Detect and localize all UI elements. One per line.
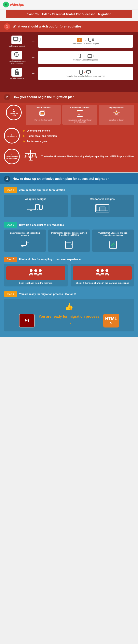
svg-rect-58 <box>29 211 33 211</box>
html5-box: HTML 5 <box>103 314 119 328</box>
flash-html-row: Fl You are ready for migration process →… <box>19 314 119 328</box>
svg-rect-9 <box>90 41 91 42</box>
svg-rect-90 <box>101 274 104 276</box>
main-banner: Flash To HTML5 - Essential Toolkit For S… <box>6 10 132 18</box>
section-3: 3 How to draw up an effective action pla… <box>0 173 138 337</box>
svg-rect-81 <box>34 274 37 276</box>
svg-point-89 <box>101 269 104 272</box>
wm-arrow-1: ➤ <box>23 129 25 132</box>
checklist-card-1: Ensure readiness of supporting aspects <box>4 230 46 252</box>
svg-rect-10 <box>89 42 91 42</box>
wm-arrow-3: ➤ <box>23 140 25 143</box>
header: eidesign <box>0 0 138 9</box>
svg-rect-8 <box>89 38 92 41</box>
html5-badge: 5 <box>77 38 82 42</box>
prereq-label-2: Learning Management System support <box>5 60 29 64</box>
legacy-courses-icon <box>101 110 132 118</box>
step3-label: Step 3 <box>4 256 17 262</box>
right-arrow-icon: → <box>65 319 73 327</box>
byod-row: ✕ <box>79 70 92 74</box>
step4-desc: You are ready for migration process - Go… <box>19 292 76 296</box>
svg-text:F: F <box>26 155 27 157</box>
svg-point-39 <box>78 111 79 112</box>
svg-rect-21 <box>92 55 93 57</box>
html5-label: 5 <box>110 321 112 325</box>
checklist-text-3: Validate that all assets and pre-requisi… <box>94 232 132 239</box>
prereq-right-2: → Costs involved in LMS upgrade <box>38 51 133 64</box>
svg-point-26 <box>81 74 81 74</box>
responsive-card: Responsive designs <box>71 194 134 217</box>
compliance-courses-card: Compliance courses Instructional and Vis… <box>62 105 97 125</box>
section-3-header: 3 How to draw up an effective action pla… <box>0 173 138 184</box>
section-3-title: How to draw up an effective action plan … <box>13 177 109 181</box>
section-1-title: What you should watch out for (pre-requi… <box>13 25 83 28</box>
pilot-text-2: Check if there's a change in the learnin… <box>73 282 132 284</box>
svg-rect-3 <box>13 37 17 40</box>
compliance-courses-title: Compliance courses <box>64 106 96 109</box>
flash-label: Fl <box>24 318 29 324</box>
svg-point-2 <box>5 4 7 5</box>
pilot-text-1: Seek feedback from the learners <box>6 282 65 284</box>
cost-devices-1: 5 → <box>77 38 94 42</box>
legacy-courses-card: Legacy courses complete re-design <box>99 105 134 125</box>
svg-rect-79 <box>29 276 33 277</box>
svg-rect-12 <box>93 41 93 41</box>
course-cards: Recent courses Mere technology uplift Co… <box>26 105 134 125</box>
svg-point-92 <box>105 269 108 272</box>
svg-rect-76 <box>110 241 116 248</box>
svg-rect-88 <box>96 276 100 277</box>
recent-courses-card: Recent courses Mere technology uplift <box>26 105 61 125</box>
approach-options: Adaptive designs Responsive designs <box>0 194 138 221</box>
svg-point-60 <box>37 209 38 210</box>
pilot-card-2: Check if there's a change in the learnin… <box>71 264 134 286</box>
pilot-cards: Seek feedback from the learners <box>0 264 138 290</box>
svg-rect-27 <box>80 71 82 71</box>
what-more-item-3: ➤ Performance gain <box>23 140 134 143</box>
recent-courses-title: Recent courses <box>27 106 59 109</box>
svg-rect-84 <box>39 274 42 276</box>
section-2: 2 How you should begin the migration pla… <box>0 92 138 172</box>
step3-bar: Step 3 Pilot and plan for sampling to te… <box>4 256 134 262</box>
step4-label: Step 4 <box>4 291 17 297</box>
svg-rect-18 <box>88 54 92 58</box>
svg-rect-68 <box>22 246 24 247</box>
prereq-cost-label-2: Costs involved in LMS upgrade <box>73 59 98 61</box>
prereq-right-3: ✕ Factor for data security challenge pos… <box>38 67 133 80</box>
what-more-circle: 2 What more ? <box>4 128 20 144</box>
step4-bar: Step 4 You are ready for migration proce… <box>4 291 134 297</box>
monitor-icon-box <box>12 36 22 44</box>
lock-icon-box <box>12 68 22 76</box>
step-identify: 1 Identify the need Recent courses Mere … <box>0 103 138 127</box>
prereq-grid: Multi-device support → 5 → <box>0 32 138 86</box>
cost-devices-2: → <box>78 54 93 58</box>
svg-point-70 <box>28 246 28 246</box>
svg-rect-6 <box>18 38 20 41</box>
flash-box: Fl <box>19 314 35 328</box>
svg-rect-65 <box>99 207 105 211</box>
svg-rect-94 <box>105 276 109 277</box>
prereq-label-1: Multi-device support <box>9 45 25 47</box>
svg-rect-11 <box>92 39 94 41</box>
pros-cons-text: The trade-off between Flash's learning d… <box>41 155 134 158</box>
prereq-left-2: Learning Management System support <box>5 51 29 64</box>
checklist-card-3: Validate that all assets and pre-requisi… <box>92 230 134 252</box>
svg-text:H5: H5 <box>33 155 35 157</box>
prereq-item-2: Learning Management System support → → <box>5 51 133 64</box>
svg-rect-87 <box>96 274 99 276</box>
adaptive-label: Adaptive designs <box>7 198 65 200</box>
step4-content: 👍 Fl You are ready for migration process… <box>0 299 138 337</box>
svg-rect-7 <box>19 41 20 42</box>
logo-icon <box>3 2 9 8</box>
prereq-arrow-1: → <box>32 39 35 44</box>
prereq-cost-label-1: Costs involved in browser upgrade <box>72 43 99 45</box>
identify-circle-area: 1 Identify the need <box>4 105 24 120</box>
step-what-more: 2 What more ? ➤ Learning experience ➤ Hi… <box>0 127 138 147</box>
recent-courses-subtitle: Mere technology uplift <box>27 119 59 121</box>
checklist-text-2: Prioritise the courses to be converted f… <box>50 232 88 239</box>
prereq-left-3: Security concerns <box>5 68 29 79</box>
pilot-icon-area-1 <box>6 266 65 280</box>
wm-text-3: Performance gain <box>27 140 47 143</box>
html-label: HTML <box>105 316 117 321</box>
svg-point-62 <box>41 209 41 209</box>
pros-cons-label: Understand the pros cons and <box>6 156 18 159</box>
